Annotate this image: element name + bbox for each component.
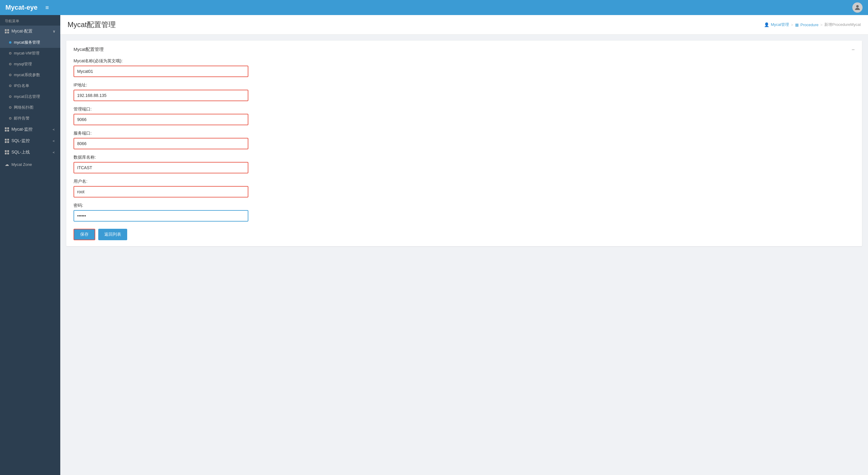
card: Mycat配置管理 − Mycat名称(必须为英文哦): IP地址: 管理端口:: [66, 41, 862, 246]
sidebar-item-mycat-vm[interactable]: mycat-VM管理: [0, 48, 60, 59]
form-group-mycat-name: Mycat名称(必须为英文哦):: [73, 58, 855, 77]
sidebar-item-mycat-sys[interactable]: mycat系统参数: [0, 70, 60, 80]
header-left: Mycat-eye ≡: [5, 4, 49, 11]
cloud-icon: ☁: [5, 162, 9, 167]
sidebar-group-label-sql-monitor: SQL-监控: [11, 138, 30, 144]
circle-icon: [9, 84, 11, 87]
app-logo: Mycat-eye: [5, 4, 37, 11]
sidebar-item-label: Mycat Zone: [11, 162, 32, 167]
sidebar-group-header-mycat-config[interactable]: Mycat-配置 ∨: [0, 26, 60, 37]
label-mgmt-port: 管理端口:: [73, 107, 855, 112]
input-svc-port[interactable]: [73, 138, 248, 149]
top-header: Mycat-eye ≡: [0, 0, 868, 15]
card-header: Mycat配置管理 −: [73, 47, 855, 53]
circle-icon: [9, 74, 11, 76]
sidebar-group-label-mycat-config: Mycat-配置: [11, 29, 33, 34]
sidebar-item-mysql-manage[interactable]: mysql管理: [0, 59, 60, 70]
sidebar-group-sql-online: SQL-上线 ＜: [0, 146, 60, 158]
minimize-button[interactable]: −: [851, 47, 855, 53]
grid-icon: [5, 127, 9, 132]
label-svc-port: 服务端口:: [73, 131, 855, 136]
label-ip: IP地址:: [73, 82, 855, 88]
sidebar-group-mycat-config: Mycat-配置 ∨ mycat服务管理 mycat-VM管理 mysql管理 …: [0, 26, 60, 124]
breadcrumb-icon-table: ▦: [795, 23, 799, 27]
sidebar-item-label: 邮件告警: [14, 115, 30, 121]
breadcrumb-current: 新增ProcedureMycat: [824, 22, 861, 27]
input-password[interactable]: [73, 210, 248, 222]
input-username[interactable]: [73, 186, 248, 198]
sidebar-item-label: mycat系统参数: [14, 72, 40, 78]
circle-icon: [9, 95, 11, 98]
form-group-mgmt-port: 管理端口:: [73, 107, 855, 125]
sidebar-item-label: mycat日志管理: [14, 94, 40, 99]
save-button[interactable]: 保存: [73, 229, 95, 240]
hamburger-icon[interactable]: ≡: [45, 4, 49, 11]
grid-icon: [5, 139, 9, 143]
breadcrumb-sep-1: >: [791, 23, 793, 27]
label-password: 密码:: [73, 203, 855, 208]
svg-point-0: [856, 5, 859, 7]
circle-icon: [9, 63, 11, 65]
chevron-left-icon: ＜: [52, 138, 56, 144]
circle-icon: [9, 106, 11, 109]
circle-icon: [9, 41, 11, 44]
input-mgmt-port[interactable]: [73, 114, 248, 125]
sidebar-nav-label: 导航菜单: [0, 15, 60, 26]
grid-icon: [5, 150, 9, 155]
circle-icon: [9, 117, 11, 120]
sidebar-item-email-alert[interactable]: 邮件告警: [0, 113, 60, 124]
chevron-down-icon: ∨: [53, 29, 56, 33]
sidebar-group-header-sql-online[interactable]: SQL-上线 ＜: [0, 146, 60, 158]
form-group-password: 密码:: [73, 203, 855, 222]
sidebar-item-label: mysql管理: [14, 61, 32, 67]
label-username: 用户名:: [73, 179, 855, 184]
sidebar-item-mycat-zone[interactable]: ☁ Mycat Zone: [0, 159, 60, 169]
sidebar-item-label: mycat服务管理: [14, 40, 40, 45]
form-group-ip: IP地址:: [73, 82, 855, 101]
sidebar-group-header-mycat-monitor[interactable]: Mycat-监控 ＜: [0, 124, 60, 135]
label-db-name: 数据库名称:: [73, 155, 855, 160]
card-title: Mycat配置管理: [73, 47, 104, 53]
form-group-db-name: 数据库名称:: [73, 155, 855, 173]
sidebar-item-label: mycat-VM管理: [14, 50, 39, 56]
chevron-left-icon: ＜: [52, 127, 56, 132]
avatar[interactable]: [852, 2, 863, 13]
input-mycat-name[interactable]: [73, 66, 248, 77]
sidebar-group-label-mycat-monitor: Mycat-监控: [11, 127, 33, 132]
breadcrumb-icon-person: 👤: [764, 22, 769, 27]
form-group-svc-port: 服务端口:: [73, 131, 855, 149]
main-layout: 导航菜单 Mycat-配置 ∨ mycat服务管理 mycat-VM管理 mys…: [0, 15, 868, 475]
sidebar-group-header-sql-monitor[interactable]: SQL-监控 ＜: [0, 135, 60, 146]
page-title: Mycat配置管理: [67, 20, 116, 30]
content-area: Mycat配置管理 👤 Mycat管理 > ▦ Procedure > 新增Pr…: [60, 15, 868, 475]
sidebar-group-mycat-monitor: Mycat-监控 ＜: [0, 124, 60, 135]
form-group-username: 用户名:: [73, 179, 855, 198]
sidebar-group-label-sql-online: SQL-上线: [11, 149, 30, 155]
button-row: 保存 返回列表: [73, 229, 855, 240]
input-db-name[interactable]: [73, 162, 248, 173]
breadcrumb: 👤 Mycat管理 > ▦ Procedure > 新增ProcedureMyc…: [764, 22, 861, 27]
content-body: Mycat配置管理 − Mycat名称(必须为英文哦): IP地址: 管理端口:: [60, 35, 868, 475]
breadcrumb-sep-2: >: [820, 23, 823, 27]
input-ip[interactable]: [73, 90, 248, 101]
circle-icon: [9, 52, 11, 55]
back-button[interactable]: 返回列表: [98, 229, 127, 240]
sidebar-item-label: 网络拓扑图: [14, 105, 33, 110]
form: Mycat名称(必须为英文哦): IP地址: 管理端口: 服务端口:: [73, 58, 855, 240]
grid-icon: [5, 29, 9, 33]
chevron-left-icon: ＜: [52, 150, 56, 155]
sidebar-group-sql-monitor: SQL-监控 ＜: [0, 135, 60, 146]
content-header: Mycat配置管理 👤 Mycat管理 > ▦ Procedure > 新增Pr…: [60, 15, 868, 35]
sidebar: 导航菜单 Mycat-配置 ∨ mycat服务管理 mycat-VM管理 mys…: [0, 15, 60, 475]
label-mycat-name: Mycat名称(必须为英文哦):: [73, 58, 855, 64]
sidebar-item-network-topo[interactable]: 网络拓扑图: [0, 102, 60, 113]
sidebar-item-mycat-service[interactable]: mycat服务管理: [0, 37, 60, 48]
breadcrumb-link-mycat[interactable]: Mycat管理: [771, 22, 789, 27]
sidebar-item-label: IP白名单: [14, 83, 29, 89]
sidebar-item-mycat-log[interactable]: mycat日志管理: [0, 91, 60, 102]
sidebar-item-ip-whitelist[interactable]: IP白名单: [0, 80, 60, 91]
breadcrumb-link-procedure[interactable]: Procedure: [801, 23, 818, 27]
